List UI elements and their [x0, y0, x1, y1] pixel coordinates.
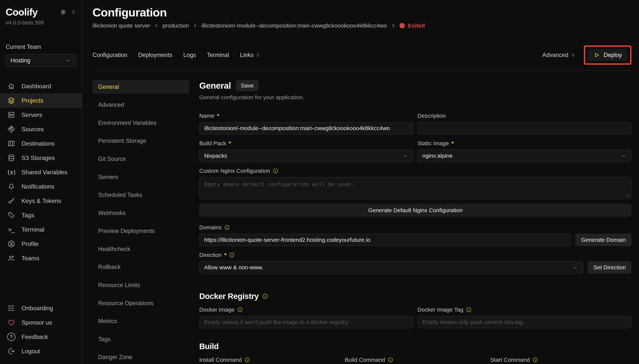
sidebar-item-notifications[interactable]: Notifications [0, 179, 82, 194]
sidebar-item-profile[interactable]: Profile [0, 237, 82, 251]
tab-terminal[interactable]: Terminal [207, 52, 229, 58]
docker-image-input[interactable] [199, 316, 413, 328]
sidebar-item-label: Logout [22, 348, 40, 355]
sidebar-item-onboarding[interactable]: Onboarding [0, 301, 82, 315]
build-pack-select[interactable]: Nixpacks [199, 150, 413, 162]
team-select[interactable]: Hosting [6, 54, 76, 67]
home-icon [7, 82, 16, 90]
subnav-item-preview-deployments[interactable]: Preview Deployments [93, 224, 189, 238]
sidebar-item-label: Shared Variables [22, 169, 67, 176]
breadcrumb-item[interactable]: production [163, 22, 189, 29]
subnav-item-resource-limits[interactable]: Resource Limits [93, 278, 189, 292]
subnav-item-environment-variables[interactable]: Environment Variables [93, 116, 189, 130]
subnav-item-persistent-storage[interactable]: Persistent Storage [93, 134, 189, 148]
sidebar-item-feedback[interactable]: ?Feedback [0, 330, 82, 344]
resize-handle-icon[interactable] [626, 194, 629, 197]
sidebar-item-label: Tags [22, 212, 34, 219]
info-icon [388, 357, 393, 363]
chevron-right-icon [154, 23, 159, 28]
status-dot [399, 23, 405, 28]
chevron-right-icon [391, 23, 396, 28]
tab-configuration[interactable]: Configuration [93, 52, 127, 58]
subnav-item-healthcheck[interactable]: Healthcheck [93, 242, 189, 256]
sidebar-item-servers[interactable]: Servers [0, 108, 82, 122]
domains-input[interactable] [199, 234, 571, 246]
sidebar-item-label: Dashboard [22, 83, 51, 90]
sidebar-header: Coolify v4.0.0-beta.399 [0, 6, 82, 67]
sidebar-collapse-icon[interactable] [71, 9, 76, 15]
tabs-divider [90, 70, 631, 71]
docker-image-tag-label: Docker Image Tag [417, 306, 631, 313]
set-direction-button[interactable]: Set Direction [588, 261, 631, 274]
breadcrumb-item[interactable]: illicitonion quote server [93, 22, 150, 29]
tag-icon [7, 211, 16, 219]
static-image-select[interactable]: nginx:alpine [417, 150, 631, 162]
resource-tabs: Configuration Deployments Logs Terminal … [93, 46, 631, 65]
sidebar-item-dashboard[interactable]: Dashboard [0, 79, 82, 93]
sidebar-item-label: Projects [22, 97, 44, 104]
chevron-down-icon [65, 58, 71, 64]
breadcrumb-item[interactable]: illicitestonion/-module--decomposition:m… [201, 22, 387, 29]
app-logo[interactable]: Coolify [6, 6, 38, 18]
direction-select[interactable]: Allow www & non-www. [199, 261, 583, 274]
database-icon [7, 154, 16, 162]
current-team-label: Current Team [6, 44, 76, 50]
advanced-dropdown[interactable]: Advanced [542, 52, 575, 58]
section-subtitle: General configuration for your applicati… [199, 94, 631, 100]
subnav-item-servers[interactable]: Servers [93, 170, 189, 184]
static-image-label: Static Image* [417, 140, 631, 146]
deploy-button[interactable]: Deploy [588, 49, 628, 61]
sidebar-item-logout[interactable]: Logout [0, 344, 82, 358]
subnav-item-git-source[interactable]: Git Source [93, 152, 189, 166]
sidebar-item-keys-tokens[interactable]: Keys & Tokens [0, 194, 82, 208]
direction-label: Direction* [199, 252, 631, 258]
sidebar-item-label: Notifications [22, 183, 54, 190]
info-icon [244, 357, 250, 363]
sidebar-item-shared-variables[interactable]: (x)Shared Variables [0, 165, 82, 179]
subnav-item-general[interactable]: General [93, 80, 189, 94]
description-input[interactable] [417, 122, 631, 134]
sidebar-item-sponsor-us[interactable]: Sponsor us [0, 315, 82, 330]
sidebar-item-label: Terminal [22, 226, 44, 233]
sidebar-item-s3-storages[interactable]: S3 Storages [0, 151, 82, 165]
subnav-item-webhooks[interactable]: Webhooks [93, 206, 189, 220]
tab-deployments[interactable]: Deployments [138, 52, 172, 58]
variables-icon: (x) [7, 169, 16, 176]
info-icon [262, 293, 268, 299]
deploy-button-label: Deploy [604, 52, 622, 58]
sidebar-item-destinations[interactable]: Destinations [0, 136, 82, 151]
map-icon [7, 140, 16, 148]
sidebar-item-teams[interactable]: Teams [0, 251, 82, 265]
sidebar-nav-bottom: OnboardingSponsor us?FeedbackLogout [0, 301, 82, 358]
theme-toggle-icon[interactable] [60, 8, 67, 16]
generate-nginx-config-button[interactable]: Generate Default Nginx Configuration [199, 204, 631, 217]
sidebar-item-tags[interactable]: Tags [0, 208, 82, 222]
team-select-value: Hosting [11, 57, 30, 64]
subnav-item-danger-zone[interactable]: Danger Zone [93, 350, 189, 364]
sidebar-item-label: Profile [22, 240, 39, 248]
tab-links-dropdown[interactable]: Links [240, 52, 260, 58]
name-label: Name* [199, 112, 413, 119]
custom-nginx-textarea[interactable] [199, 177, 631, 199]
subnav-item-metrics[interactable]: Metrics [93, 314, 189, 328]
play-icon [593, 52, 600, 58]
name-input[interactable] [199, 122, 413, 134]
sidebar-item-projects[interactable]: Projects [0, 93, 82, 108]
generate-domain-button[interactable]: Generate Domain [575, 234, 631, 246]
subnav-item-advanced[interactable]: Advanced [93, 98, 189, 112]
subnav-item-rollback[interactable]: Rollback [93, 260, 189, 274]
subnav-item-scheduled-tasks[interactable]: Scheduled Tasks [93, 188, 189, 202]
tab-logs[interactable]: Logs [183, 52, 196, 58]
docker-image-tag-input[interactable] [417, 316, 631, 328]
app-root: Coolify v4.0.0-beta.399 [0, 0, 639, 364]
start-command-label: Start Command [490, 357, 631, 363]
subnav-item-tags[interactable]: Tags [93, 332, 189, 346]
save-button[interactable]: Save [236, 80, 259, 91]
key-icon [7, 197, 16, 205]
info-icon [532, 357, 538, 363]
bell-icon [7, 182, 16, 191]
info-icon [229, 252, 235, 258]
subnav-item-resource-operations[interactable]: Resource Operations [93, 296, 189, 310]
sidebar-item-sources[interactable]: Sources [0, 122, 82, 136]
sidebar-item-terminal[interactable]: >_Terminal [0, 222, 82, 237]
